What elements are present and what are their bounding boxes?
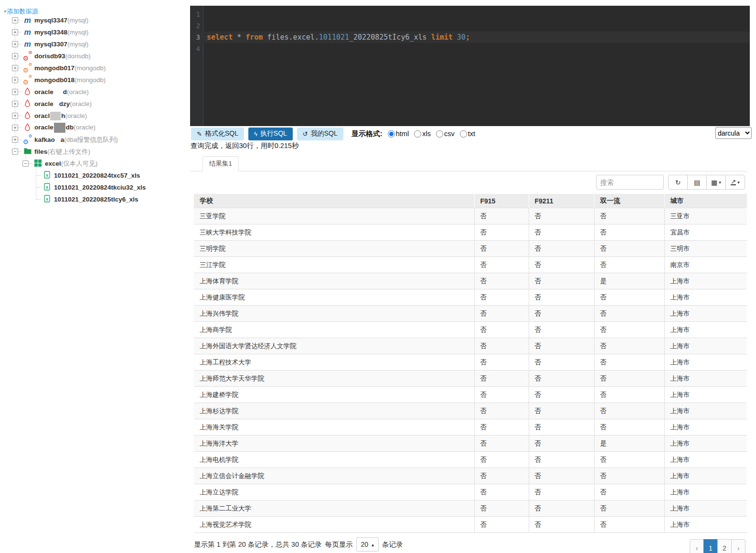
- code-text: select * from files.excel.1011021_202208…: [203, 32, 470, 43]
- table-cell: 上海市: [664, 289, 747, 306]
- table-cell: 否: [594, 403, 664, 419]
- search-input[interactable]: [596, 175, 664, 190]
- expand-toggle[interactable]: +: [12, 65, 18, 71]
- table-cell: 上海师范大学天华学院: [194, 371, 474, 387]
- format-radio-input-csv[interactable]: [436, 130, 443, 138]
- table-row[interactable]: 上海第二工业大学否否否上海市: [194, 500, 747, 517]
- tree-item-oracle[interactable]: +oracled(oracle): [0, 86, 190, 98]
- expand-toggle[interactable]: +: [12, 53, 18, 59]
- table-row[interactable]: 上海海关学院否否否上海市: [194, 419, 747, 436]
- execute-sql-button[interactable]: ϟ执行SQL: [248, 128, 293, 140]
- tree-item-1011021_20220824txc57_xls[interactable]: x1011021_20220824txc57_xls: [0, 170, 190, 181]
- table-row[interactable]: 三峡大学科技学院否否否宜昌市: [194, 224, 747, 241]
- tree-item-1011021_20220824tkciu32_xls[interactable]: x1011021_20220824tkciu32_xls: [0, 181, 190, 193]
- table-row[interactable]: 上海视觉艺术学院否否否上海市: [194, 517, 747, 533]
- expand-toggle[interactable]: +: [12, 125, 18, 131]
- page-1-button[interactable]: 1: [703, 539, 718, 553]
- tree-item-name: oracle: [34, 88, 53, 96]
- table-row[interactable]: 上海体育学院否否是上海市: [194, 273, 747, 289]
- table-row[interactable]: 上海建桥学院否否否上海市: [194, 387, 747, 403]
- prev-page-button[interactable]: ‹: [690, 539, 704, 553]
- expand-toggle[interactable]: +: [12, 137, 18, 143]
- format-radio-txt[interactable]: txt: [460, 130, 475, 138]
- expand-toggle[interactable]: +: [12, 17, 18, 23]
- collapse-toggle[interactable]: −: [22, 160, 29, 167]
- editor-line: 2: [190, 20, 750, 32]
- tree-item-type: (仅本人可见): [61, 160, 98, 167]
- tree-item-type: (mysql): [67, 29, 88, 36]
- table-row[interactable]: 上海师范大学天华学院否否否上海市: [194, 371, 747, 387]
- tree-item-mysql3307[interactable]: +mmysql3307(mysql): [0, 38, 190, 50]
- table-cell: 上海杉达学院: [194, 403, 474, 419]
- format-radio-input-xls[interactable]: [414, 130, 421, 138]
- expand-toggle[interactable]: +: [12, 113, 18, 119]
- collapse-toggle[interactable]: −: [12, 149, 18, 155]
- tree-item-name-tail: db: [66, 124, 74, 131]
- table-row[interactable]: 上海电机学院否否否上海市: [194, 452, 747, 468]
- format-radio-html[interactable]: html: [388, 130, 409, 138]
- page-size-dropdown[interactable]: 20 ▴: [356, 537, 379, 552]
- tree-item-oracle[interactable]: +oracledb(oracle): [0, 122, 190, 134]
- columns-button[interactable]: ▦▾: [706, 175, 726, 190]
- table-row[interactable]: 上海商学院否否否上海市: [194, 322, 747, 338]
- sql-editor[interactable]: 123select * from files.excel.1011021_202…: [190, 6, 750, 126]
- table-row[interactable]: 上海立达学院否否否上海市: [194, 484, 747, 500]
- expand-toggle[interactable]: +: [12, 77, 18, 83]
- tree-item-1011021_20220825tlcy6_xls[interactable]: x1011021_20220825tlcy6_xls: [0, 193, 190, 205]
- tree-item-oracl[interactable]: +oraclh(oracle): [0, 110, 190, 122]
- tree-item-label: oracled(oracle): [34, 88, 89, 96]
- table-row[interactable]: 三明学院否否否三明市: [194, 241, 747, 257]
- format-sql-button[interactable]: ✎格式化SQL: [191, 128, 244, 140]
- table-row[interactable]: 上海健康医学院否否否上海市: [194, 289, 747, 306]
- table-cell: 上海市: [664, 436, 747, 452]
- tree-item-oracle[interactable]: +oracledzy(oracle): [0, 98, 190, 110]
- next-page-button[interactable]: ›: [731, 539, 745, 553]
- tree-branch-line: [36, 187, 41, 188]
- columns-grid-icon: ▦: [711, 179, 717, 186]
- format-radio-input-html[interactable]: [388, 130, 395, 138]
- format-radio-input-txt[interactable]: [460, 130, 467, 138]
- table-row[interactable]: 上海海洋大学否否是上海市: [194, 436, 747, 452]
- table-cell: 否: [474, 517, 529, 533]
- tree-branch-line: [18, 20, 21, 21]
- tree-item-mysql3347[interactable]: +mmysql3347(mysql): [0, 14, 190, 26]
- table-row[interactable]: 上海杉达学院否否否上海市: [194, 403, 747, 419]
- expand-toggle[interactable]: +: [12, 89, 18, 95]
- format-radio-csv[interactable]: csv: [436, 130, 455, 138]
- refresh-button[interactable]: ↻: [668, 175, 688, 190]
- tree-item-mongodb018[interactable]: +⚙⚙mongodb018(mongodb): [0, 74, 190, 86]
- format-radio-xls[interactable]: xls: [414, 130, 431, 138]
- tree-item-dorisdb93[interactable]: +⚙⚙dorisdb93(dorisdb): [0, 50, 190, 62]
- table-row[interactable]: 上海外国语大学贤达经济人文学院否否否上海市: [194, 338, 747, 354]
- tree-item-excel[interactable]: −excel(仅本人可见): [0, 158, 190, 170]
- expand-toggle[interactable]: +: [12, 29, 18, 35]
- table-row[interactable]: 上海立信会计金融学院否否否上海市: [194, 468, 747, 484]
- tree-item-mysql3348[interactable]: +mmysql3348(mysql): [0, 26, 190, 38]
- expand-toggle[interactable]: +: [12, 41, 18, 47]
- tree-item-label: excel(仅本人可见): [45, 160, 97, 168]
- tree-item-name: excel: [45, 160, 61, 167]
- column-header-F915: F915: [474, 194, 529, 208]
- tree-item-files[interactable]: −files(右键上传文件): [0, 146, 190, 158]
- tree-item-name: mongodb018: [34, 76, 75, 84]
- table-row[interactable]: 三江学院否否否南京市: [194, 257, 747, 273]
- table-row[interactable]: 上海工程技术大学否否否上海市: [194, 354, 747, 371]
- my-sql-button[interactable]: ↺我的SQL: [297, 128, 343, 140]
- expand-toggle[interactable]: +: [12, 101, 18, 107]
- table-row[interactable]: 三亚学院否否否三亚市: [194, 208, 747, 224]
- page-2-button[interactable]: 2: [717, 539, 732, 553]
- tree-item-kafkao[interactable]: +⚙⚙kafkaoa(dba报警信息队列): [0, 134, 190, 146]
- theme-select[interactable]: darcula: [715, 127, 752, 139]
- toggle-view-button[interactable]: ▤: [687, 175, 707, 190]
- table-cell: 否: [474, 289, 529, 306]
- tree-item-mongodb017[interactable]: +⚙⚙mongodb017(mongodb): [0, 62, 190, 74]
- tab-result-set-1[interactable]: 结果集1: [202, 156, 239, 171]
- table-cell: 否: [529, 208, 594, 224]
- result-tabs: 结果集1: [190, 157, 747, 171]
- export-button[interactable]: ↗▾: [725, 175, 745, 190]
- bolt-icon: ϟ: [254, 131, 257, 137]
- table-row[interactable]: 上海兴伟学院否否否上海市: [194, 306, 747, 322]
- tree-branch-line: [18, 104, 21, 104]
- table-cell: 否: [594, 484, 664, 500]
- tree-item-type: (dba报警信息队列): [64, 136, 118, 143]
